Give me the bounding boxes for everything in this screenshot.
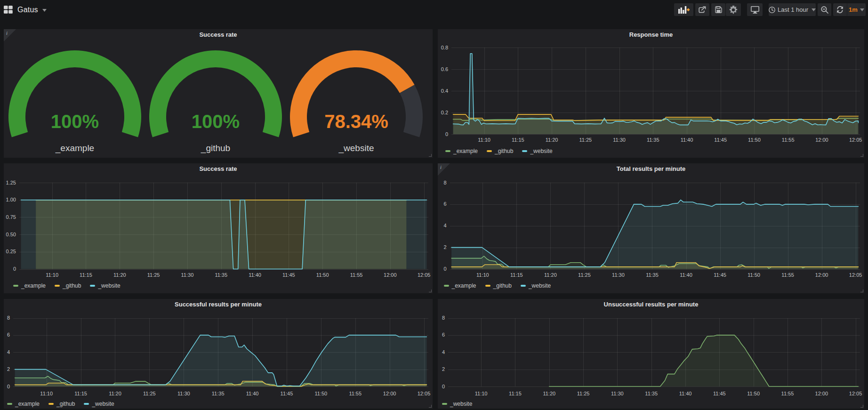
panel-resize-handle[interactable]: [860, 154, 863, 157]
panel-resize-handle[interactable]: [860, 405, 863, 408]
x-tick-label: 11:50: [748, 137, 761, 143]
panel-info-corner[interactable]: i: [438, 163, 450, 176]
legend-item-_example[interactable]: _example: [7, 401, 40, 407]
x-tick-label: 12:05: [849, 272, 862, 278]
x-tick-label: 11:40: [246, 391, 259, 396]
legend-series-dash: [90, 285, 95, 287]
save-button[interactable]: [711, 3, 725, 16]
legend-item-_github[interactable]: _github: [48, 401, 75, 407]
legend-item-_github[interactable]: _github: [55, 282, 81, 289]
x-tick-label: 12:00: [815, 137, 828, 143]
refresh-button[interactable]: [833, 3, 847, 16]
legend-series-label: _website: [530, 148, 552, 154]
x-tick-label: 11:25: [577, 391, 590, 396]
legend-series-dash: [445, 150, 450, 152]
y-tick-label: 6: [7, 332, 10, 338]
x-tick-label: 11:25: [143, 391, 156, 396]
panel-resize-handle[interactable]: [860, 289, 863, 292]
refresh-interval-button[interactable]: 1m: [847, 3, 866, 16]
panel-title[interactable]: Response time: [438, 31, 864, 39]
x-tick-label: 11:30: [613, 137, 626, 143]
x-tick-label: 11:10: [478, 137, 490, 143]
panel-title[interactable]: Unsuccessful results per minute: [438, 301, 864, 309]
legend-item-_example[interactable]: _example: [13, 282, 46, 289]
x-tick-label: 11:35: [646, 272, 659, 278]
y-tick-label: 0.50: [6, 232, 16, 237]
legend-item-_example[interactable]: _example: [445, 148, 478, 154]
legend-series-dash: [13, 285, 18, 287]
x-tick-label: 11:35: [645, 391, 658, 396]
settings-button[interactable]: [726, 3, 741, 16]
chart-canvas[interactable]: 0246811:1011:1511:2011:2511:3011:3511:40…: [438, 299, 864, 409]
x-tick-label: 12:05: [418, 391, 431, 396]
panel-title[interactable]: Total results per minute: [438, 165, 864, 173]
y-tick-label: 0: [442, 384, 445, 389]
zoom-out-icon: [821, 6, 828, 14]
gauge-track-arc: [400, 85, 423, 137]
legend-series-dash: [521, 285, 526, 287]
legend-item-_website[interactable]: _website: [442, 401, 472, 407]
x-tick-label: 11:40: [681, 137, 693, 143]
chart-legend: _example_github_website: [444, 282, 551, 289]
refresh-group: 1m: [833, 3, 866, 16]
x-tick-label: 11:55: [781, 391, 794, 396]
share-button[interactable]: [695, 3, 709, 16]
y-tick-label: 0.6: [441, 66, 448, 72]
y-tick-label: 0.2: [441, 110, 448, 115]
legend-series-dash: [84, 403, 89, 405]
panel-title[interactable]: Successful results per minute: [4, 301, 433, 309]
legend-item-_website[interactable]: _website: [521, 282, 551, 289]
legend-series-dash: [442, 403, 447, 405]
x-tick-label: 11:40: [249, 272, 261, 278]
x-tick-label: 11:55: [781, 272, 794, 278]
x-tick-label: 11:10: [475, 391, 488, 396]
refresh-icon: [836, 6, 844, 13]
chart-legend: _website: [442, 401, 472, 407]
x-tick-label: 11:30: [612, 272, 625, 278]
panel-info-corner[interactable]: i: [4, 29, 16, 41]
y-tick-label: 4: [442, 349, 445, 355]
gauge-label: _example: [55, 143, 94, 153]
panel-title[interactable]: Success rate: [4, 165, 433, 173]
legend-series-dash: [522, 150, 527, 152]
x-tick-label: 11:40: [680, 272, 692, 278]
x-tick-label: 11:55: [349, 391, 362, 396]
panel-resize-handle[interactable]: [429, 154, 432, 157]
y-tick-label: 8: [443, 180, 446, 185]
legend-series-label: _example: [21, 282, 46, 289]
legend-item-_github[interactable]: _github: [485, 282, 512, 289]
time-range-button[interactable]: Last 1 hour: [769, 3, 816, 16]
chart-canvas[interactable]: 00.20.40.60.811:1011:1511:2011:2511:3011…: [438, 29, 864, 158]
time-range-label: Last 1 hour: [778, 6, 808, 13]
panel-title[interactable]: Success rate: [4, 31, 433, 39]
legend-item-_website[interactable]: _website: [84, 401, 114, 407]
legend-item-_github[interactable]: _github: [487, 148, 513, 154]
panel-resize-handle[interactable]: [429, 289, 432, 292]
y-tick-label: 8: [7, 315, 10, 321]
info-icon: i: [440, 164, 442, 170]
gauge-_website: 78.34%_website: [290, 50, 423, 153]
zoom-out-button[interactable]: [818, 3, 831, 16]
y-tick-label: 0: [443, 266, 446, 272]
legend-item-_website[interactable]: _website: [90, 282, 120, 289]
x-tick-label: 11:10: [46, 272, 58, 278]
x-tick-label: 11:50: [316, 272, 329, 278]
chart-canvas[interactable]: 0246811:1011:1511:2011:2511:3011:3511:40…: [438, 163, 864, 293]
y-tick-label: 0: [13, 266, 16, 272]
series-area-_website: [15, 335, 427, 386]
x-tick-label: 11:10: [476, 272, 489, 278]
cycle-view-button[interactable]: [747, 3, 763, 16]
panel-resize-handle[interactable]: [429, 405, 432, 408]
x-tick-label: 11:15: [74, 391, 87, 396]
y-tick-label: 8: [442, 315, 445, 321]
x-tick-label: 12:00: [384, 272, 397, 278]
legend-item-_website[interactable]: _website: [522, 148, 552, 154]
chart-canvas[interactable]: 00.250.500.751.001.2511:1011:1511:2011:2…: [4, 163, 433, 293]
y-tick-label: 0.4: [441, 88, 448, 94]
x-tick-label: 11:45: [282, 272, 295, 278]
legend-series-label: _example: [15, 401, 40, 407]
add-panel-button[interactable]: [674, 3, 693, 16]
legend-item-_example[interactable]: _example: [444, 282, 476, 289]
navbar: Gatus: [0, 0, 868, 19]
chart-canvas[interactable]: 0246811:1011:1511:2011:2511:3011:3511:40…: [4, 299, 433, 409]
